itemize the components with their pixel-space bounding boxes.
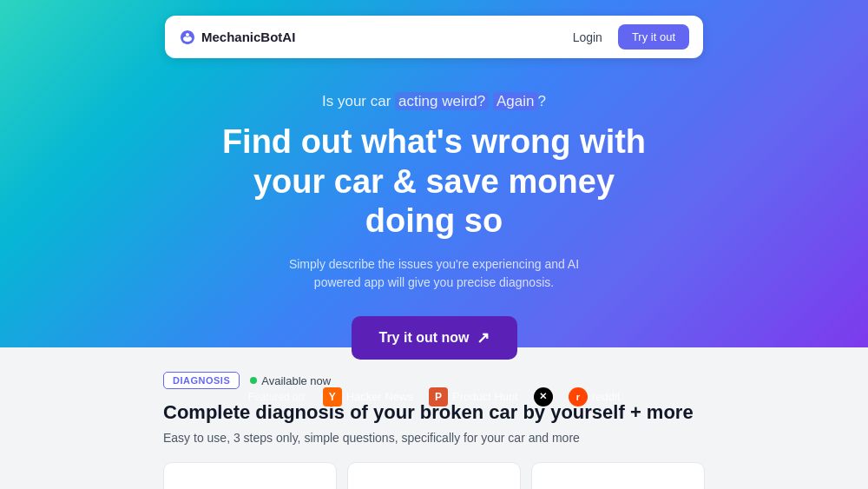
producthunt-icon: P [429, 387, 448, 406]
try-button[interactable]: Try it out [618, 24, 689, 50]
navbar: MechanicBotAI Login Try it out [165, 16, 703, 58]
featured-label: Featured on: [248, 391, 307, 403]
producthunt-label: Product Hunt [452, 390, 518, 403]
hero-title: Find out what's wrong with your car & sa… [208, 122, 660, 241]
hero-content: Is your car acting weird? Again? Find ou… [191, 93, 677, 360]
card-1[interactable] [163, 462, 337, 489]
bottom-description: Easy to use, 3 steps only, simple questi… [163, 431, 705, 445]
logo-text: MechanicBotAI [201, 30, 295, 44]
reddit-icon: r [569, 387, 588, 406]
subtitle-part1: Is your car [322, 93, 395, 109]
card-3[interactable] [531, 462, 705, 489]
x-icon: ✕ [534, 387, 553, 406]
reddit-label: reddit [592, 390, 621, 403]
cta-label: Try it out now [379, 330, 470, 346]
login-button[interactable]: Login [566, 27, 609, 48]
subtitle-weird: acting weird? [395, 92, 489, 110]
featured-row: Featured on: Y Hacker News P Product Hun… [248, 387, 621, 406]
diagnosis-badge: DIAGNOSIS [163, 372, 240, 389]
available-now: Available now [250, 374, 331, 387]
card-2[interactable] [347, 462, 521, 489]
featured-hackernews[interactable]: Y Hacker News [323, 387, 413, 406]
available-label: Available now [261, 374, 331, 387]
subtitle-again: Again [493, 92, 537, 110]
hackernews-label: Hacker News [346, 390, 413, 403]
featured-producthunt[interactable]: P Product Hunt [429, 387, 518, 406]
bottom-section: DIAGNOSIS Available now Complete diagnos… [0, 347, 868, 489]
arrow-icon: ↗ [477, 328, 490, 347]
navbar-logo: MechanicBotAI [179, 29, 295, 46]
hackernews-icon: Y [323, 387, 342, 406]
featured-reddit[interactable]: r reddit [569, 387, 621, 406]
hero-section: MechanicBotAI Login Try it out Is your c… [0, 0, 868, 347]
card-row [163, 462, 705, 489]
featured-x[interactable]: ✕ [534, 387, 553, 406]
green-dot-icon [250, 377, 257, 384]
logo-icon [179, 29, 196, 46]
hero-description: Simply describe the issues you're experi… [278, 255, 590, 292]
navbar-actions: Login Try it out [566, 24, 689, 50]
hero-subtitle: Is your car acting weird? Again? [208, 93, 660, 110]
cta-button[interactable]: Try it out now ↗ [352, 316, 517, 360]
